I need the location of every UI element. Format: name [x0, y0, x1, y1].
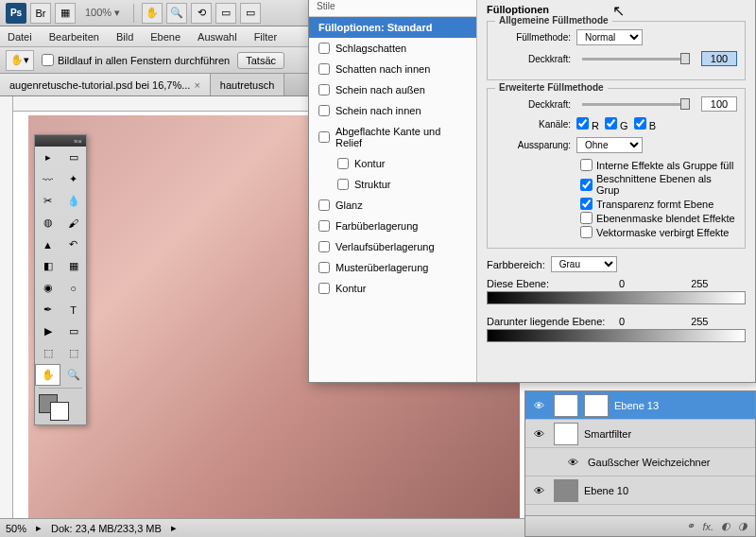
- pen-tool[interactable]: ✒: [35, 299, 60, 320]
- menu-filter[interactable]: Filter: [254, 31, 277, 43]
- blur-tool[interactable]: ◉: [35, 277, 60, 299]
- visibility-icon[interactable]: 👁: [529, 485, 548, 496]
- gradient-tool[interactable]: ▦: [60, 255, 86, 277]
- hand-tool-button[interactable]: ✋: [142, 3, 163, 24]
- style-stroke[interactable]: Kontur: [309, 278, 476, 299]
- link-icon[interactable]: ⚭: [686, 520, 695, 532]
- style-contour[interactable]: Kontur: [309, 153, 476, 174]
- style-inner-glow[interactable]: Schein nach innen: [309, 100, 476, 121]
- fill-opacity-input[interactable]: [701, 96, 737, 112]
- status-zoom[interactable]: 50%: [6, 523, 26, 534]
- close-icon[interactable]: ×: [194, 79, 199, 91]
- stamp-tool[interactable]: ▲: [35, 234, 60, 255]
- arrange-button[interactable]: ▭: [215, 3, 236, 24]
- lasso-tool[interactable]: 〰: [35, 168, 60, 190]
- rotate-view-button[interactable]: ⟲: [191, 3, 212, 24]
- blend-mode-select[interactable]: Normal: [576, 29, 643, 45]
- adjustment-icon[interactable]: ◑: [738, 520, 747, 532]
- background-color[interactable]: [50, 402, 69, 421]
- view-extras-button[interactable]: ▦: [55, 3, 76, 24]
- mask-icon[interactable]: ◐: [721, 520, 730, 532]
- zoom-tool[interactable]: 🔍: [60, 364, 86, 386]
- current-tool-preset[interactable]: ✋▾: [6, 50, 34, 71]
- channel-r[interactable]: R: [576, 117, 599, 131]
- tab-doc2-label: hautretusch: [220, 79, 274, 91]
- menu-edit[interactable]: Bearbeiten: [49, 31, 99, 43]
- knockout-select[interactable]: Ohne: [576, 137, 643, 153]
- 3d-tool[interactable]: ⬚: [35, 342, 60, 364]
- dodge-tool[interactable]: ○: [60, 277, 86, 299]
- visibility-icon[interactable]: 👁: [563, 457, 582, 468]
- chevron-right-icon[interactable]: ▸: [36, 522, 42, 534]
- layer-row-gaussian[interactable]: 👁 Gaußscher Weichzeichner: [525, 448, 755, 476]
- crop-tool[interactable]: ✂: [35, 190, 60, 212]
- actual-pixels-button[interactable]: Tatsäc: [237, 52, 284, 69]
- move-tool[interactable]: ▸: [35, 147, 60, 168]
- general-group-title: Allgemeine Füllmethode: [495, 15, 612, 26]
- this-layer-gradient[interactable]: [487, 291, 746, 304]
- scroll-all-checkbox[interactable]: Bildlauf in allen Fenstern durchführen: [42, 54, 230, 66]
- layer-name: Ebene 13: [614, 400, 659, 411]
- style-bevel[interactable]: Abgeflachte Kante und Relief: [309, 121, 476, 153]
- opacity-input[interactable]: [701, 51, 737, 66]
- layer-row-ebene13[interactable]: 👁 Ebene 13: [525, 391, 755, 420]
- filter-mask-thumb[interactable]: [554, 423, 578, 445]
- menu-select[interactable]: Auswahl: [198, 31, 237, 43]
- fill-opacity-slider[interactable]: [582, 103, 690, 106]
- bridge-button[interactable]: Br: [30, 3, 51, 24]
- opacity-slider[interactable]: [582, 58, 690, 61]
- layer-mask-thumb[interactable]: [584, 394, 609, 417]
- layer-thumb[interactable]: [554, 394, 578, 417]
- hand-tool[interactable]: ✋: [35, 364, 60, 386]
- tools-panel: » × ▸ ▭ 〰 ✦ ✂ 💧 ◍ 🖌 ▲ ↶ ◧ ▦ ◉ ○ ✒ T ▶ ▭ …: [34, 134, 87, 425]
- cb-blend-clipped[interactable]: Beschnittene Ebenen als Grup: [580, 173, 737, 196]
- style-gradient-overlay[interactable]: Verlaufsüberlagerung: [309, 236, 476, 257]
- menu-image[interactable]: Bild: [116, 31, 133, 43]
- layer-thumb[interactable]: [554, 479, 578, 502]
- style-inner-shadow[interactable]: Schatten nach innen: [309, 59, 476, 79]
- cb-vector-mask-hides[interactable]: Vektormaske verbirgt Effekte: [580, 226, 737, 238]
- fx-icon[interactable]: fx.: [702, 521, 713, 532]
- zoom-dropdown[interactable]: 100% ▾: [79, 7, 126, 19]
- brush-tool[interactable]: 🖌: [60, 212, 86, 234]
- visibility-icon[interactable]: 👁: [529, 400, 548, 411]
- cb-transparency-shapes[interactable]: Transparenz formt Ebene: [580, 198, 737, 210]
- cb-layer-mask-hides[interactable]: Ebenenmaske blendet Effekte: [580, 212, 737, 224]
- menu-file[interactable]: Datei: [8, 31, 32, 43]
- cursor-icon: ↖: [612, 2, 625, 20]
- eraser-tool[interactable]: ◧: [35, 255, 60, 277]
- color-swatches[interactable]: [35, 390, 86, 424]
- healing-tool[interactable]: ◍: [35, 212, 60, 234]
- style-satin[interactable]: Glanz: [309, 195, 476, 216]
- close-icon[interactable]: ×: [77, 137, 82, 146]
- tab-doc1[interactable]: augenretusche-tutorial.psd bei 16,7%... …: [0, 74, 211, 95]
- marquee-tool[interactable]: ▭: [60, 147, 86, 168]
- chevron-right-icon[interactable]: ▸: [171, 522, 177, 534]
- layers-panel: 👁 Ebene 13 👁 Smartfilter 👁 Gaußscher Wei…: [524, 390, 756, 537]
- style-drop-shadow[interactable]: Schlagschatten: [309, 38, 476, 59]
- style-color-overlay[interactable]: Farbüberlagerung: [309, 216, 476, 236]
- style-pattern-overlay[interactable]: Musterüberlagerung: [309, 257, 476, 278]
- channel-b[interactable]: B: [634, 117, 656, 131]
- path-select-tool[interactable]: ▶: [35, 320, 60, 342]
- cb-blend-interior[interactable]: Interne Effekte als Gruppe füll: [580, 159, 737, 171]
- menu-layer[interactable]: Ebene: [150, 31, 180, 43]
- style-blending-options[interactable]: Fülloptionen: Standard: [309, 17, 476, 38]
- eyedropper-tool[interactable]: 💧: [60, 190, 86, 212]
- type-tool[interactable]: T: [60, 299, 86, 320]
- channel-g[interactable]: G: [605, 117, 628, 131]
- history-brush-tool[interactable]: ↶: [60, 234, 86, 255]
- zoom-tool-button[interactable]: 🔍: [166, 3, 187, 24]
- 3d-camera-tool[interactable]: ⬚: [60, 342, 86, 364]
- shape-tool[interactable]: ▭: [60, 320, 86, 342]
- blend-range-select[interactable]: Grau: [551, 256, 617, 272]
- layer-row-smartfilter[interactable]: 👁 Smartfilter: [525, 420, 755, 448]
- screen-mode-button[interactable]: ▭: [240, 3, 261, 24]
- tab-doc2[interactable]: hautretusch: [211, 74, 284, 95]
- style-outer-glow[interactable]: Schein nach außen: [309, 79, 476, 100]
- visibility-icon[interactable]: 👁: [529, 428, 548, 440]
- style-texture[interactable]: Struktur: [309, 174, 476, 195]
- under-layer-gradient[interactable]: [487, 329, 746, 342]
- quick-select-tool[interactable]: ✦: [60, 168, 86, 190]
- layer-row-ebene10[interactable]: 👁 Ebene 10: [525, 476, 755, 505]
